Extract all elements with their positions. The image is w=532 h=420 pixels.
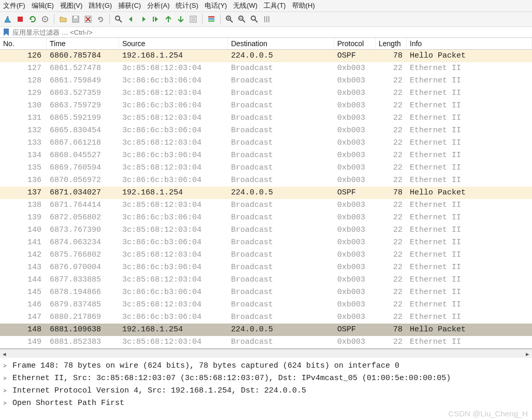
close-file-icon[interactable] [82,13,94,25]
column-header[interactable]: Destination [228,38,334,49]
restart-icon[interactable] [27,13,38,25]
scroll-left-arrow-icon[interactable]: ◂ [0,349,9,358]
reload-icon[interactable] [95,13,106,25]
open-icon[interactable] [57,13,69,25]
svg-rect-17 [208,16,214,18]
packet-row[interactable]: 1416874.0632343c:86:6c:b3:06:04Broadcast… [0,236,532,249]
packet-row[interactable]: 1276861.5274783c:85:68:12:03:04Broadcast… [0,62,532,75]
packet-row[interactable]: 1446877.8338853c:85:68:12:03:04Broadcast… [0,274,532,286]
cell-time: 6873.767390 [47,224,119,236]
resize-columns-icon[interactable] [261,13,272,25]
svg-line-21 [230,20,233,22]
cell-dst: Broadcast [228,311,334,324]
detail-tree-item[interactable]: >Open Shortest Path First [0,397,532,410]
packet-row[interactable]: 1486881.109638192.168.1.254224.0.0.5OSPF… [0,324,532,336]
packet-row[interactable]: 1396872.0568023c:86:6c:b3:06:04Broadcast… [0,212,532,224]
expand-icon[interactable]: > [3,397,10,410]
packet-row[interactable]: 1436876.0700043c:86:6c:b3:06:04Broadcast… [0,261,532,274]
cell-time: 6876.070004 [47,261,119,274]
detail-tree-item[interactable]: >Ethernet II, Src: 3c:85:68:12:03:07 (3c… [0,372,532,385]
column-header[interactable]: No. [0,38,47,49]
cell-len: 22 [376,62,407,75]
shark-fin-icon[interactable] [2,13,13,25]
packet-row[interactable]: 1346868.0455273c:86:6c:b3:06:04Broadcast… [0,149,532,162]
menu-item[interactable]: 跳转(G) [89,1,112,10]
packet-row[interactable]: 1326865.8304543c:86:6c:b3:06:04Broadcast… [0,124,532,137]
display-filter-input[interactable] [12,29,530,36]
menu-item[interactable]: 工具(T) [264,1,286,10]
packet-row[interactable]: 1366870.0569723c:86:6c:b3:06:04Broadcast… [0,174,532,187]
packet-row[interactable]: 1456878.1948663c:86:6c:b3:06:04Broadcast… [0,286,532,299]
cell-time: 6875.766802 [47,249,119,261]
cell-no: 128 [0,75,47,87]
zoom-in-icon[interactable] [224,13,235,25]
horizontal-scrollbar[interactable]: ◂ ▸ [0,349,532,358]
column-header[interactable]: Info [407,38,532,49]
packet-row[interactable]: 1476880.2178693c:86:6c:b3:06:04Broadcast… [0,311,532,324]
packet-row[interactable]: 1296863.5273593c:85:68:12:03:04Broadcast… [0,87,532,100]
last-icon[interactable] [175,13,186,25]
stop-icon[interactable] [15,13,26,25]
packet-row[interactable]: 1376871.034027192.168.1.254224.0.0.5OSPF… [0,187,532,199]
packet-row[interactable]: 1386871.7644143c:85:68:12:03:04Broadcast… [0,199,532,212]
menu-item[interactable]: 分析(A) [147,1,169,10]
find-icon[interactable] [113,13,124,25]
menu-item[interactable]: 无线(W) [233,1,257,10]
watermark-text: CSDN @Liu_Cheng_H [448,409,528,418]
cell-src: 3c:85:68:12:03:04 [119,299,228,311]
menu-item[interactable]: 电话(Y) [205,1,227,10]
packet-row[interactable]: 1266860.785784192.168.1.254224.0.0.5OSPF… [0,50,532,62]
menu-item[interactable]: 文件(F) [3,1,25,10]
cell-len: 22 [376,149,407,162]
packet-row[interactable]: 1306863.7597293c:86:6c:b3:06:04Broadcast… [0,100,532,112]
forward-icon[interactable] [138,13,149,25]
zoom-reset-icon[interactable] [249,13,260,25]
menu-item[interactable]: 编辑(E) [32,1,54,10]
cell-no: 137 [0,187,47,199]
expand-icon[interactable]: > [3,360,10,372]
detail-tree-item[interactable]: >Frame 148: 78 bytes on wire (624 bits),… [0,360,532,372]
packet-row[interactable]: 1496881.8523833c:85:68:12:03:04Broadcast… [0,336,532,348]
menu-item[interactable]: 捕获(C) [118,1,141,10]
cell-info: Ethernet II [407,87,532,100]
zoom-out-icon[interactable] [236,13,248,25]
cell-len: 78 [376,50,407,62]
packet-row[interactable]: 1426875.7668023c:85:68:12:03:04Broadcast… [0,249,532,261]
toolbar-separator [220,14,221,24]
options-icon[interactable] [39,13,51,25]
expand-icon[interactable]: > [3,372,10,385]
save-icon[interactable] [70,13,81,25]
packet-row[interactable]: 1466879.8374853c:85:68:12:03:04Broadcast… [0,299,532,311]
display-filter-bar [0,27,532,38]
cell-src: 3c:85:68:12:03:04 [119,87,228,100]
expand-icon[interactable]: > [3,385,10,397]
goto-packet-icon[interactable] [150,13,162,25]
column-header[interactable]: Length [376,38,407,49]
column-header[interactable]: Time [47,38,119,49]
packet-row[interactable]: 1406873.7673903c:85:68:12:03:04Broadcast… [0,224,532,236]
cell-len: 22 [376,286,407,299]
first-icon[interactable] [163,13,174,25]
cell-src: 3c:86:6c:b3:06:04 [119,174,228,187]
svg-line-28 [255,20,257,22]
packet-row[interactable]: 1356869.7605943c:85:68:12:03:04Broadcast… [0,162,532,174]
auto-scroll-icon[interactable] [188,13,199,25]
cell-src: 3c:86:6c:b3:06:04 [119,311,228,324]
packet-row[interactable]: 1316865.5921993c:85:68:12:03:04Broadcast… [0,112,532,124]
cell-proto: 0xb003 [334,299,376,311]
cell-no: 140 [0,224,47,236]
colorize-icon[interactable] [206,13,217,25]
detail-tree-item[interactable]: >Internet Protocol Version 4, Src: 192.1… [0,385,532,397]
column-header[interactable]: Protocol [334,38,376,49]
menu-item[interactable]: 统计(S) [176,1,198,10]
column-header[interactable]: Source [119,38,228,49]
packet-row[interactable]: 1336867.6612183c:85:68:12:03:04Broadcast… [0,137,532,149]
menu-item[interactable]: 帮助(H) [292,1,315,10]
bookmark-icon[interactable] [2,28,10,36]
back-icon[interactable] [125,13,137,25]
svg-rect-0 [18,17,23,22]
menu-item[interactable]: 视图(V) [60,1,82,10]
cell-no: 133 [0,137,47,149]
packet-row[interactable]: 1286861.7598493c:86:6c:b3:06:04Broadcast… [0,75,532,87]
scroll-right-arrow-icon[interactable]: ▸ [523,349,532,358]
